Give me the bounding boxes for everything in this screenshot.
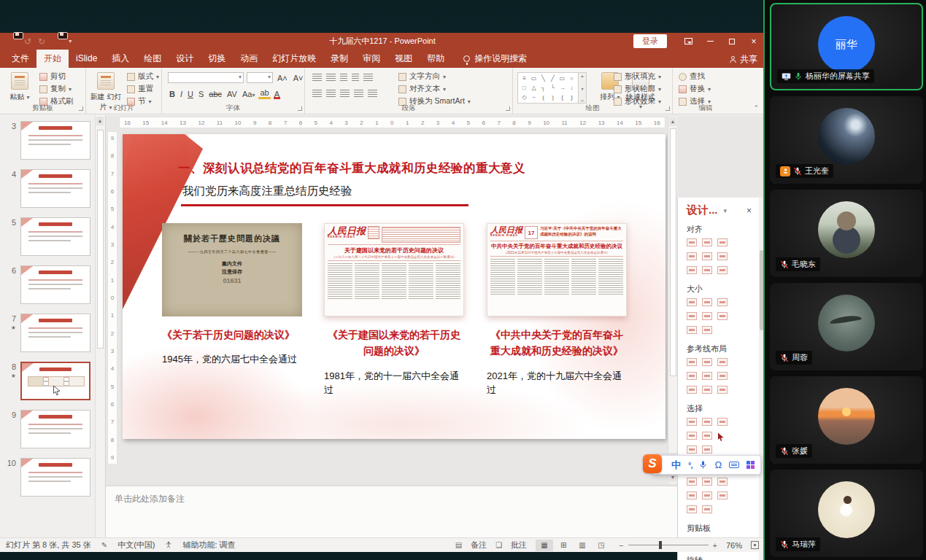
align-left-button[interactable]	[312, 90, 322, 97]
font-color-button[interactable]: A	[273, 90, 281, 98]
shape-icon[interactable]: □	[520, 83, 529, 93]
login-button[interactable]: 登录	[633, 34, 667, 48]
slide-thumbnail-8[interactable]: 8★	[0, 362, 95, 400]
tab-审阅[interactable]: 审阅	[355, 50, 387, 68]
design-tool-icon[interactable]	[702, 266, 712, 274]
shape-gallery-scroll[interactable]: ▴▾═	[579, 72, 587, 104]
design-tool-icon[interactable]	[702, 386, 712, 394]
shape-icon[interactable]: △	[529, 83, 539, 93]
paragraph-dialog-launcher[interactable]	[506, 106, 510, 111]
design-tool-icon[interactable]	[717, 238, 728, 246]
language-label[interactable]: 中文(中国)	[117, 540, 155, 551]
ime-language-mode[interactable]: 中	[671, 459, 681, 472]
design-tool-icon[interactable]	[687, 478, 697, 486]
thumbnail-preview[interactable]	[20, 410, 90, 448]
design-tool-icon[interactable]	[687, 252, 697, 260]
grow-font-button[interactable]: A˄	[276, 74, 289, 82]
sogou-ime-bar[interactable]: S 中 °, Ω	[652, 455, 761, 475]
design-tool-icon[interactable]	[717, 298, 728, 306]
strikethrough-button[interactable]: abc	[207, 90, 223, 98]
design-tool-icon[interactable]	[687, 372, 697, 380]
design-tool-icon[interactable]	[687, 386, 697, 394]
close-button[interactable]: ×	[743, 33, 765, 50]
shape-icon[interactable]: ↓	[567, 83, 576, 93]
slideshow-view-button[interactable]: ◳	[593, 540, 610, 551]
start-slideshow-icon[interactable]	[58, 32, 68, 39]
paste-button[interactable]: 粘贴 ▾	[3, 71, 36, 102]
slide-thumbnail-9[interactable]: 9	[0, 410, 95, 448]
bold-button[interactable]: B	[168, 90, 177, 98]
align-text-button[interactable]: 对齐文本 ▾	[398, 84, 471, 94]
design-tool-icon[interactable]	[702, 505, 712, 513]
notes-pane[interactable]: 单击此处添加备注	[106, 485, 677, 537]
replace-button[interactable]: 替换 ▾	[679, 84, 711, 94]
design-tool-icon[interactable]	[717, 372, 728, 380]
increase-indent-button[interactable]	[352, 74, 359, 81]
close-pane-icon[interactable]: ×	[746, 206, 752, 216]
shape-icon[interactable]: ◇	[520, 93, 529, 102]
ribbon-display-options-button[interactable]	[677, 33, 699, 50]
thumbnail-preview[interactable]	[20, 265, 90, 304]
design-tool-icon[interactable]	[687, 298, 697, 306]
design-tool-icon[interactable]	[687, 446, 697, 454]
design-tool-icon[interactable]	[687, 418, 697, 426]
shape-icon[interactable]: (	[539, 93, 548, 102]
tab-绘图[interactable]: 绘图	[136, 50, 169, 68]
tab-录制[interactable]: 录制	[323, 50, 355, 68]
minimize-button[interactable]	[699, 33, 721, 50]
share-button[interactable]: 共享	[729, 53, 757, 66]
tab-帮助[interactable]: 帮助	[420, 50, 452, 68]
normal-view-button[interactable]: ▦	[536, 540, 553, 551]
design-tool-icon[interactable]	[687, 266, 697, 274]
cursor-icon[interactable]	[717, 432, 728, 441]
slide-thumbnail-6[interactable]: 6	[0, 265, 95, 304]
chevron-down-icon[interactable]: ▾	[724, 207, 728, 214]
shape-gallery[interactable]: ≡▭╲╱▭○□△┐└→↓◇~(){}	[517, 72, 579, 104]
shape-icon[interactable]: ╲	[539, 74, 548, 83]
redo-icon[interactable]: ↻	[38, 38, 45, 45]
thumbnail-preview[interactable]	[20, 362, 90, 400]
character-spacing-button[interactable]: AV	[225, 90, 239, 98]
font-dialog-launcher[interactable]	[298, 106, 302, 111]
text-shadow-button[interactable]: S	[197, 90, 205, 98]
participant-tile-马瑞萍[interactable]: 马瑞萍	[770, 470, 923, 557]
design-tool-icon[interactable]	[702, 418, 712, 426]
copy-button[interactable]: 复制 ▾	[39, 84, 74, 94]
design-tool-icon[interactable]	[702, 478, 712, 486]
fit-slide-to-window-icon[interactable]	[751, 541, 759, 549]
change-case-button[interactable]: Aa▾	[241, 90, 256, 98]
design-tool-icon[interactable]	[687, 491, 697, 499]
tab-iSlide[interactable]: iSlide	[69, 50, 104, 68]
bullets-button[interactable]	[312, 74, 322, 81]
design-tool-icon[interactable]	[717, 266, 728, 274]
reset-button[interactable]: 重置	[127, 84, 159, 94]
voice-input-icon[interactable]	[699, 460, 707, 470]
participant-tile-王光奎[interactable]: 王光奎	[770, 96, 923, 184]
thumbnail-preview[interactable]	[20, 217, 90, 256]
symbol-input-icon[interactable]: Ω	[714, 459, 722, 470]
thumbnail-preview[interactable]	[20, 169, 90, 208]
tab-切换[interactable]: 切换	[201, 50, 233, 68]
design-tool-icon[interactable]	[702, 372, 712, 380]
sogou-logo-icon[interactable]: S	[643, 454, 662, 473]
tab-幻灯片放映[interactable]: 幻灯片放映	[265, 50, 323, 68]
design-tool-icon[interactable]	[717, 312, 728, 320]
collapse-ribbon-icon[interactable]: ⌃	[753, 104, 759, 112]
zoom-slider[interactable]: − +	[619, 541, 717, 550]
slide-sorter-view-button[interactable]: ⊞	[555, 540, 572, 551]
save-icon[interactable]	[13, 32, 23, 39]
decrease-indent-button[interactable]	[340, 74, 347, 81]
align-center-button[interactable]	[326, 90, 336, 97]
slide-thumbnail-7[interactable]: 7★	[0, 314, 95, 352]
design-tool-icon[interactable]	[687, 358, 697, 366]
design-tool-icon[interactable]	[702, 326, 712, 334]
tab-插入[interactable]: 插入	[104, 50, 136, 68]
thumbnail-preview[interactable]	[20, 458, 90, 497]
design-tool-icon[interactable]	[717, 386, 728, 394]
find-button[interactable]: 查找	[679, 71, 711, 82]
shape-icon[interactable]: ▭	[529, 74, 539, 83]
shape-icon[interactable]: )	[548, 93, 557, 102]
tell-me-search[interactable]: 操作说明搜索	[463, 50, 527, 68]
highlight-color-button[interactable]: ab	[258, 88, 270, 99]
tab-动画[interactable]: 动画	[233, 50, 265, 68]
